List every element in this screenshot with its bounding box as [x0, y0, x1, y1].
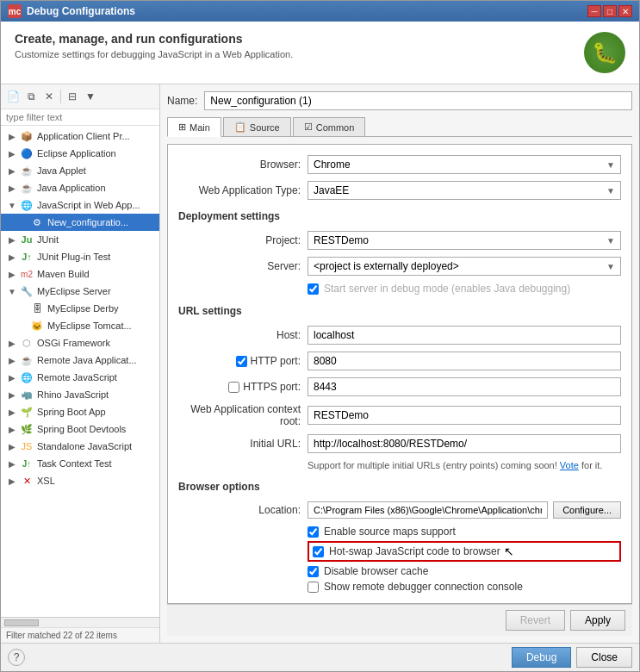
filter-input[interactable]	[1, 109, 159, 126]
minimize-button[interactable]: ─	[587, 5, 601, 17]
https-port-label: HTTPS port:	[178, 381, 308, 393]
web-context-label: Web Application context root:	[178, 403, 308, 427]
web-app-type-row: Web Application Type: JavaEE ▼	[178, 181, 621, 200]
filter-button[interactable]: ▼	[82, 88, 99, 105]
horizontal-scrollbar[interactable]	[1, 617, 159, 627]
tree-item-remote-js[interactable]: ▶ 🌐 Remote JavaScript	[1, 369, 159, 386]
project-arrow: ▼	[606, 236, 615, 246]
url-section-header: URL settings	[178, 305, 621, 319]
server-select[interactable]: <project is externally deployed> ▼	[308, 257, 621, 276]
tree-label: New_configuratio...	[47, 217, 128, 227]
tree-item-tomcat[interactable]: 🐱 MyEclipse Tomcat...	[1, 317, 159, 334]
location-input[interactable]	[308, 501, 548, 519]
tree-item-rhino[interactable]: ▶ 🦏 Rhino JavaScript	[1, 386, 159, 403]
main-tab-icon: ⊞	[178, 121, 186, 133]
tree-item-spring-devtools[interactable]: ▶ 🌿 Spring Boot Devtools	[1, 420, 159, 438]
maximize-button[interactable]: □	[603, 5, 617, 17]
rhino-icon: 🦏	[20, 388, 34, 401]
titlebar: mc Debug Configurations ─ □ ✕	[1, 1, 639, 22]
apply-button[interactable]: Apply	[570, 610, 625, 631]
tree-label: Rhino JavaScript	[37, 389, 109, 400]
remote-js-icon: 🌐	[20, 370, 34, 384]
http-checkbox[interactable]	[236, 356, 247, 367]
enable-source-checkbox[interactable]	[308, 526, 319, 538]
junit-icon: Ju	[20, 233, 34, 246]
left-toolbar: 📄 ⧉ ✕ ⊟ ▼	[1, 84, 159, 109]
tree-item-js-webapp[interactable]: ▼ 🌐 JavaScript in Web App...	[1, 196, 159, 214]
tree-item-new-config[interactable]: ⚙ New_configuratio...	[1, 214, 159, 231]
revert-button[interactable]: Revert	[506, 610, 565, 631]
browser-dropdown-arrow: ▼	[606, 160, 615, 170]
expander: ▼	[8, 201, 16, 209]
hotswap-container: Hot-swap JavaScript code to browser ↖	[308, 541, 621, 562]
tab-source[interactable]: 📋 Source	[223, 117, 291, 136]
host-input[interactable]	[308, 326, 621, 345]
web-context-input[interactable]	[308, 406, 621, 425]
delete-config-button[interactable]: ✕	[40, 88, 58, 105]
tab-common[interactable]: ☑ Common	[293, 117, 366, 136]
tab-main[interactable]: ⊞ Main	[167, 117, 221, 137]
help-button[interactable]: ?	[8, 649, 25, 666]
disable-cache-checkbox[interactable]	[308, 566, 319, 577]
tree-label: MyEclipse Derby	[47, 303, 119, 314]
tree-label: Maven Build	[37, 269, 90, 279]
host-label: Host:	[178, 329, 308, 341]
new-config-button[interactable]: 📄	[4, 88, 22, 105]
tree-item-standalone-js[interactable]: ▶ JS Standalone JavaScript	[1, 438, 159, 455]
tree-item-java-applet[interactable]: ▶ ☕ Java Applet	[1, 162, 159, 179]
right-panel: Name: ⊞ Main 📋 Source ☑ Common	[160, 84, 639, 643]
disable-cache-label: Disable browser cache	[324, 565, 428, 577]
browser-select[interactable]: Chrome ▼	[308, 155, 621, 174]
standalone-js-icon: JS	[20, 439, 34, 453]
name-label: Name:	[167, 95, 197, 107]
tree-label: JavaScript in Web App...	[37, 200, 140, 210]
web-app-type-value: JavaEE	[314, 184, 349, 196]
tree-label: Spring Boot App	[37, 407, 106, 417]
close-button[interactable]: ✕	[618, 5, 632, 17]
show-remote-label: Show remote debugger connection console	[324, 581, 523, 593]
expander: ▶	[8, 373, 16, 382]
close-button[interactable]: Close	[576, 647, 632, 668]
tree-item-eclipse[interactable]: ▶ 🔵 Eclipse Application	[1, 145, 159, 162]
tree-label: MyEclipse Server	[37, 286, 111, 296]
tree-item-remote-java[interactable]: ▶ ☕ Remote Java Applicat...	[1, 352, 159, 369]
bug-icon: 🐛	[584, 32, 625, 73]
http-port-label: HTTP port:	[178, 355, 308, 367]
expander: ▶	[8, 235, 16, 244]
server-row: Server: <project is externally deployed>…	[178, 257, 621, 276]
configure-button[interactable]: Configure...	[553, 501, 621, 519]
tree-item-spring-boot[interactable]: ▶ 🌱 Spring Boot App	[1, 403, 159, 420]
web-app-type-select[interactable]: JavaEE ▼	[308, 181, 621, 200]
tree-item-task-context[interactable]: ▶ J↑ Task Context Test	[1, 455, 159, 472]
https-port-input[interactable]	[308, 377, 621, 396]
tree-item-maven[interactable]: ▶ m2 Maven Build	[1, 265, 159, 283]
name-input[interactable]	[204, 91, 632, 110]
https-checkbox[interactable]	[228, 382, 239, 393]
vote-link[interactable]: Vote	[560, 460, 579, 470]
http-port-input[interactable]	[308, 352, 621, 370]
expander: ▶	[8, 356, 16, 364]
start-server-row: Start server in debug mode (enables Java…	[308, 283, 621, 295]
show-remote-checkbox[interactable]	[308, 582, 319, 593]
header-text: Create, manage, and run configurations C…	[15, 32, 293, 59]
hotswap-checkbox[interactable]	[313, 546, 324, 557]
start-server-checkbox[interactable]	[308, 283, 319, 295]
tree-item-java-app[interactable]: ▶ ☕ Java Application	[1, 179, 159, 196]
debug-button[interactable]: Debug	[512, 647, 571, 668]
tree-item-xsl[interactable]: ▶ ✕ XSL	[1, 472, 159, 489]
tree-item-app-client[interactable]: ▶ 📦 Application Client Pr...	[1, 128, 159, 145]
filter-status: Filter matched 22 of 22 items	[1, 627, 159, 643]
expander: ▶	[8, 270, 16, 278]
project-select[interactable]: RESTDemo ▼	[308, 231, 621, 250]
hotswap-label: Hot-swap JavaScript code to browser	[329, 545, 500, 557]
tree-item-myeclipse[interactable]: ▼ 🔧 MyEclipse Server	[1, 283, 159, 300]
collapse-button[interactable]: ⊟	[64, 88, 81, 105]
duplicate-config-button[interactable]: ⧉	[22, 88, 40, 105]
tree-item-osgi[interactable]: ▶ ⬡ OSGi Framework	[1, 334, 159, 352]
osgi-icon: ⬡	[20, 336, 34, 350]
tree-item-junit[interactable]: ▶ Ju JUnit	[1, 231, 159, 248]
junit-plugin-icon: J↑	[20, 250, 34, 264]
tree-item-junit-plugin[interactable]: ▶ J↑ JUnit Plug-in Test	[1, 248, 159, 265]
initial-url-input[interactable]	[308, 434, 621, 453]
tree-item-derby[interactable]: 🗄 MyEclipse Derby	[1, 300, 159, 317]
